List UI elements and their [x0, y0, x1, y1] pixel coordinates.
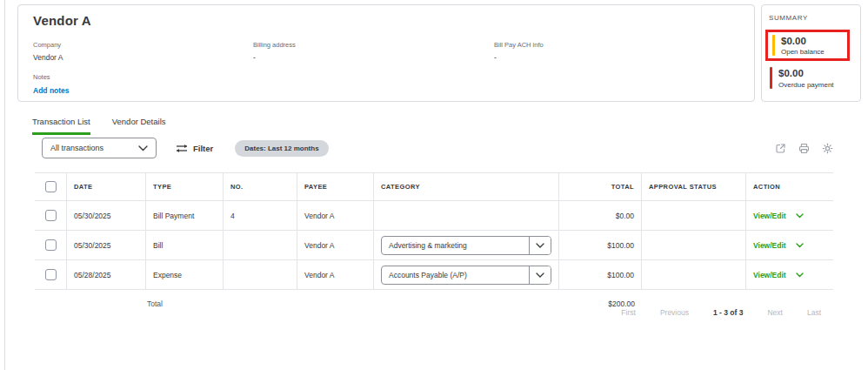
summary-card: SUMMARY $0.00 Open balance $0.00 Overdue… — [761, 4, 861, 102]
company-field: Company Vendor A — [33, 41, 253, 62]
chevron-down-icon[interactable] — [796, 272, 804, 278]
pagination-last[interactable]: Last — [807, 308, 821, 317]
row-checkbox[interactable] — [45, 239, 57, 251]
select-all-cell — [35, 173, 67, 200]
tab-transaction-list[interactable]: Transaction List — [32, 117, 90, 135]
pagination-next[interactable]: Next — [767, 308, 782, 317]
overdue-payment-item: $0.00 Overdue payment — [770, 67, 855, 88]
col-header-payee: PAYEE — [297, 173, 374, 200]
category-select[interactable]: Advertising & marketing — [381, 236, 551, 255]
total-cell: $100.00 — [559, 260, 642, 289]
category-select-value: Advertising & marketing — [382, 241, 529, 250]
category-select[interactable]: Accounts Payable (A/P) — [381, 266, 551, 285]
export-icon[interactable] — [775, 143, 786, 154]
type-cell: Bill — [146, 231, 224, 259]
header-cards-row: Vendor A Company Vendor A Billing addres… — [17, 4, 861, 102]
table-row: 05/28/2025 Expense Vendor A Accounts Pay… — [35, 260, 833, 290]
date-filter-chip[interactable]: Dates: Last 12 months — [235, 140, 328, 157]
table-row: 05/30/2025 Bill Vendor A Advertising & m… — [35, 231, 833, 260]
category-select-chevron-button[interactable] — [529, 237, 551, 254]
pagination-first[interactable]: First — [621, 308, 636, 317]
add-notes-link[interactable]: Add notes — [33, 86, 70, 95]
filter-sliders-icon — [176, 144, 188, 153]
approval-status-cell — [642, 260, 746, 289]
transaction-type-select-value: All transactions — [50, 144, 103, 152]
open-balance-amount: $0.00 — [781, 35, 825, 47]
print-icon[interactable] — [798, 143, 810, 154]
table-header-row: DATE TYPE NO. PAYEE CATEGORY TOTAL APPRO… — [35, 172, 833, 201]
bill-pay-ach-label: Bill Pay ACH info — [494, 41, 739, 49]
approval-status-cell — [642, 201, 746, 230]
row-select-cell — [35, 260, 67, 289]
table-row: 05/30/2025 Bill Payment 4 Vendor A $0.00… — [35, 201, 833, 231]
open-balance-label: Open balance — [781, 48, 825, 56]
open-balance-bar-icon — [772, 35, 775, 56]
col-header-date: DATE — [67, 173, 146, 200]
no-cell: 4 — [224, 201, 297, 230]
pagination-current-range: 1 - 3 of 3 — [713, 308, 743, 317]
pagination-previous[interactable]: Previous — [660, 308, 689, 317]
action-cell: View/Edit — [746, 231, 833, 259]
company-value: Vendor A — [33, 53, 253, 62]
tab-vendor-details[interactable]: Vendor Details — [112, 117, 166, 135]
vendor-fields: Company Vendor A Billing address - Bill … — [33, 41, 739, 62]
category-select-value: Accounts Payable (A/P) — [382, 271, 529, 279]
overdue-payment-amount: $0.00 — [778, 67, 834, 79]
row-checkbox[interactable] — [45, 269, 57, 280]
col-header-total: TOTAL — [559, 173, 642, 200]
notes-label: Notes — [33, 73, 739, 81]
category-cell: Advertising & marketing — [374, 231, 559, 259]
vendor-name-title: Vendor A — [33, 13, 739, 28]
row-select-cell — [35, 201, 67, 230]
open-balance-item: $0.00 Open balance — [772, 35, 843, 56]
view-edit-label: View/Edit — [753, 271, 786, 279]
total-row-value: $200.00 — [559, 299, 642, 308]
category-cell: Accounts Payable (A/P) — [374, 260, 559, 289]
settings-gear-icon[interactable] — [822, 143, 833, 154]
view-edit-button[interactable]: View/Edit — [753, 271, 804, 279]
bill-pay-ach-value: - — [494, 53, 739, 62]
chevron-down-icon — [536, 243, 544, 248]
category-cell — [374, 201, 559, 230]
transaction-type-select[interactable]: All transactions — [42, 138, 157, 158]
view-edit-label: View/Edit — [753, 212, 786, 220]
date-cell: 05/30/2025 — [67, 201, 146, 230]
overdue-payment-bar-icon — [770, 67, 772, 88]
chevron-down-icon[interactable] — [796, 243, 804, 248]
billing-address-value: - — [253, 53, 494, 62]
action-cell: View/Edit — [746, 260, 833, 289]
overdue-payment-label: Overdue payment — [778, 81, 834, 89]
select-all-checkbox[interactable] — [45, 181, 57, 192]
company-label: Company — [33, 41, 253, 49]
view-edit-button[interactable]: View/Edit — [753, 212, 804, 220]
pagination: First Previous 1 - 3 of 3 Next Last — [35, 308, 833, 317]
approval-status-cell — [642, 231, 746, 259]
no-cell — [224, 231, 297, 259]
payee-cell: Vendor A — [297, 201, 374, 230]
transaction-table: DATE TYPE NO. PAYEE CATEGORY TOTAL APPRO… — [35, 172, 833, 315]
view-edit-button[interactable]: View/Edit — [753, 241, 804, 250]
type-cell: Bill Payment — [146, 201, 224, 230]
bill-pay-ach-field: Bill Pay ACH info - — [494, 41, 739, 62]
view-edit-label: View/Edit — [753, 241, 786, 250]
payee-cell: Vendor A — [297, 260, 374, 289]
chevron-down-icon[interactable] — [796, 213, 804, 219]
transaction-toolbar: All transactions Filter Dates: Last 12 m… — [42, 138, 833, 158]
payee-cell: Vendor A — [297, 231, 374, 259]
col-header-no: NO. — [224, 173, 297, 200]
no-cell — [224, 260, 297, 289]
summary-title: SUMMARY — [769, 14, 855, 22]
tab-bar: Transaction List Vendor Details — [32, 117, 166, 135]
category-select-chevron-button[interactable] — [529, 266, 551, 284]
total-cell: $0.00 — [559, 201, 642, 230]
col-header-category: CATEGORY — [374, 173, 559, 200]
row-checkbox[interactable] — [45, 210, 57, 221]
page-left-divider — [4, 0, 5, 370]
col-header-approval-status: APPROVAL STATUS — [642, 173, 746, 200]
billing-address-label: Billing address — [253, 41, 494, 49]
filter-button[interactable]: Filter — [176, 144, 213, 153]
annotation-highlight-rectangle: $0.00 Open balance — [765, 30, 850, 61]
row-select-cell — [35, 231, 67, 259]
col-header-type: TYPE — [146, 173, 224, 200]
vendor-detail-page: Vendor A Company Vendor A Billing addres… — [0, 0, 868, 370]
